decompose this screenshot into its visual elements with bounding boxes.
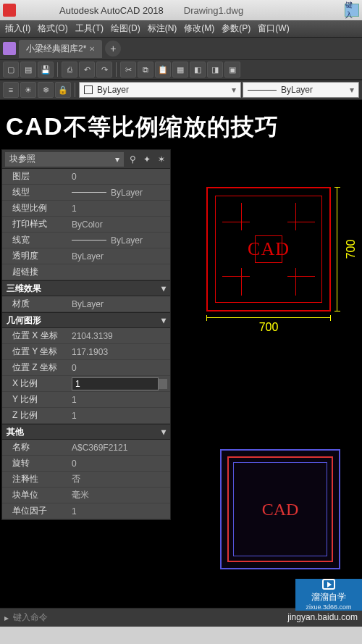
add-tab-button[interactable]: + <box>105 41 121 57</box>
status-bar <box>0 627 362 644</box>
dimension-vertical[interactable]: 700 <box>337 187 357 311</box>
property-row-geom[interactable]: Z 比例1 <box>2 408 170 424</box>
property-value[interactable]: 1 <box>69 411 170 421</box>
property-value[interactable]: 2104.3139 <box>69 331 170 341</box>
menu-insert[interactable]: 插入(I) <box>1 22 34 35</box>
property-input[interactable] <box>72 377 159 390</box>
property-label: 线型比例 <box>2 202 69 214</box>
property-value[interactable]: 1 <box>69 204 170 214</box>
menu-draw[interactable]: 绘图(D) <box>107 22 144 35</box>
property-value[interactable]: ByLayer <box>69 299 170 309</box>
property-value[interactable]: ByLayer <box>69 251 170 262</box>
property-value[interactable] <box>69 377 170 390</box>
property-row-misc[interactable]: 旋转0 <box>2 456 170 472</box>
undo-icon[interactable]: ↶ <box>79 62 95 78</box>
property-value[interactable]: 117.1903 <box>69 347 170 357</box>
layer-freeze-icon[interactable]: ❄ <box>38 82 54 98</box>
new-icon[interactable]: ▢ <box>3 62 19 78</box>
property-value-text: 0 <box>72 363 77 373</box>
property-row-geom[interactable]: 位置 X 坐标2104.3139 <box>2 328 170 344</box>
property-row-general[interactable]: 打印样式ByColor <box>2 217 170 233</box>
property-value[interactable]: 1 <box>69 506 170 517</box>
cad-block-purple[interactable]: CAD <box>220 449 340 569</box>
property-row-general[interactable]: 图层0 <box>2 169 170 185</box>
cut-icon[interactable]: ✂ <box>120 62 136 78</box>
copy-icon[interactable]: ⧉ <box>138 62 153 78</box>
tool-icon[interactable]: ◨ <box>207 62 223 78</box>
property-row-general[interactable]: 线型比例1 <box>2 201 170 217</box>
select-objects-icon[interactable]: ✦ <box>141 154 153 165</box>
property-row-general[interactable]: 超链接 <box>2 264 170 280</box>
linetype-dropdown[interactable]: ByLayer ▾ <box>243 82 359 98</box>
document-tab[interactable]: 小梁经典图库2* ✕ <box>19 40 102 58</box>
property-row-general[interactable]: 透明度ByLayer <box>2 248 170 264</box>
section-geometry[interactable]: 几何图形 ▾ <box>2 312 170 328</box>
paste-icon[interactable]: 📋 <box>155 62 171 78</box>
menu-window[interactable]: 窗口(W) <box>254 22 292 35</box>
property-value[interactable]: 0 <box>69 459 170 469</box>
property-row-misc[interactable]: 块单位毫米 <box>2 488 170 503</box>
dimension-horizontal[interactable]: 700 <box>206 317 331 338</box>
section-misc[interactable]: 其他 ▾ <box>2 424 170 440</box>
section-3d-effects[interactable]: 三维效果 ▾ <box>2 280 170 296</box>
property-value[interactable]: ByColor <box>69 219 170 230</box>
property-value[interactable]: ByLayer <box>69 188 170 198</box>
menu-tools[interactable]: 工具(T) <box>72 22 107 35</box>
open-icon[interactable]: ▤ <box>20 62 36 78</box>
property-label: 名称 <box>2 441 69 453</box>
menu-dimension[interactable]: 标注(N) <box>144 22 181 35</box>
property-label: 位置 X 坐标 <box>2 330 69 342</box>
property-row-geom[interactable]: 位置 Z 坐标0 <box>2 360 170 376</box>
brand-badge[interactable]: 溜溜自学 zixue.3d66.com <box>295 579 362 611</box>
property-row-geom[interactable]: Y 比例1 <box>2 392 170 408</box>
color-swatch-icon <box>84 85 93 94</box>
selection-type-dropdown[interactable]: 块参照 ▾ <box>5 152 124 167</box>
property-value[interactable]: 毫米 <box>69 489 170 501</box>
menu-modify[interactable]: 修改(M) <box>180 22 218 35</box>
cad-block-red[interactable]: CAD <box>206 187 331 311</box>
home-icon[interactable] <box>3 42 16 55</box>
property-row-geom[interactable]: X 比例 <box>2 376 170 392</box>
property-row-misc[interactable]: 名称A$C369F2121 <box>2 440 170 456</box>
layer-lock-icon[interactable]: 🔒 <box>55 82 71 98</box>
redo-icon[interactable]: ↷ <box>96 62 112 78</box>
property-row-misc[interactable]: 注释性否 <box>2 472 170 488</box>
layer-icon[interactable]: ≡ <box>3 82 19 98</box>
property-value-text: A$C369F2121 <box>72 443 127 453</box>
toggle-pim-icon[interactable]: ✶ <box>156 154 167 165</box>
quick-select-icon[interactable]: ⚲ <box>127 154 138 165</box>
match-icon[interactable]: ▦ <box>172 62 188 78</box>
layer-dropdown[interactable]: ByLayer ▾ <box>79 82 241 98</box>
print-icon[interactable]: ⎙ <box>62 62 77 78</box>
property-label: 线宽 <box>2 234 69 246</box>
layer-state-icon[interactable]: ☀ <box>20 82 36 98</box>
save-icon[interactable]: 💾 <box>38 62 54 78</box>
property-value[interactable]: ByLayer <box>69 235 170 246</box>
property-value[interactable]: A$C369F2121 <box>69 443 170 453</box>
property-value[interactable]: 1 <box>69 395 170 405</box>
property-value-text: 1 <box>72 204 77 214</box>
property-value[interactable]: 否 <box>69 473 170 485</box>
search-box[interactable]: 键入 <box>345 4 359 17</box>
property-value-text: 否 <box>72 473 80 485</box>
property-value[interactable]: 0 <box>69 363 170 373</box>
tool-icon[interactable]: ◧ <box>190 62 206 78</box>
property-label: 线型 <box>2 186 69 198</box>
property-value-text: ByLayer <box>72 251 104 262</box>
menu-format[interactable]: 格式(O) <box>34 22 71 35</box>
watermark: jingyan.baidu.com <box>287 612 358 622</box>
property-label: 材质 <box>2 298 69 310</box>
property-row-3d[interactable]: 材质ByLayer <box>2 296 170 312</box>
property-row-geom[interactable]: 位置 Y 坐标117.1903 <box>2 344 170 360</box>
close-icon[interactable]: ✕ <box>89 45 95 53</box>
property-row-misc[interactable]: 单位因子1 <box>2 503 170 519</box>
property-row-general[interactable]: 线宽ByLayer <box>2 233 170 248</box>
calculator-icon[interactable] <box>159 379 167 389</box>
property-value[interactable]: 0 <box>69 172 170 182</box>
property-row-general[interactable]: 线型ByLayer <box>2 185 170 201</box>
menu-parametric[interactable]: 参数(P) <box>218 22 254 35</box>
collapse-icon: ▾ <box>161 315 166 325</box>
brand-name: 溜溜自学 <box>311 591 346 603</box>
tool-icon[interactable]: ▣ <box>224 62 240 78</box>
document-tab-bar: 小梁经典图库2* ✕ + <box>0 38 362 59</box>
